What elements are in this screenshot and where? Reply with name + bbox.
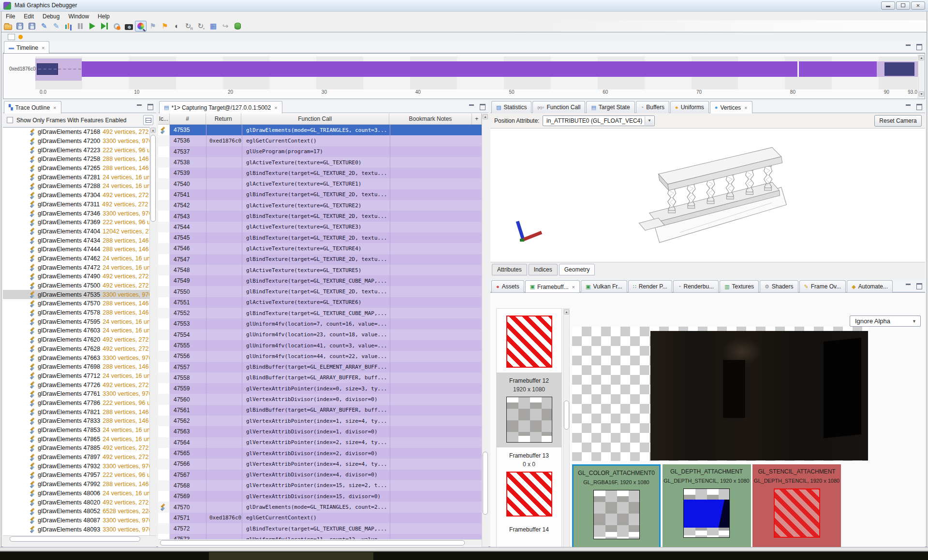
trace-row[interactable]: glDrawElements 4785324 vertices, 16 unic [3, 426, 156, 435]
function-call-row[interactable]: 475360xed1876c0eglGetCurrentContext() [158, 135, 482, 146]
trace-row[interactable]: glDrawElements 47897492 vertices, 272 u [3, 453, 156, 462]
framebuffer-thumbnail[interactable] [506, 316, 552, 368]
resources-icon[interactable] [62, 21, 74, 31]
tab-trace-outline[interactable]: ▚ Trace Outline × [4, 101, 61, 114]
function-call-row[interactable]: 47569glVertexAttribDivisor(index=15, div… [158, 491, 482, 502]
function-call-row[interactable]: 47566glVertexAttribPointer(index=4, size… [158, 459, 482, 469]
column-header-FunctionCall[interactable]: Function Call [241, 114, 389, 124]
column-header-plus[interactable]: + [472, 114, 482, 124]
trace-row[interactable]: glDrawElements 4771224 vertices, 16 unic [3, 372, 156, 381]
function-call-row[interactable]: 47557glBindBuffer(target=GL_ELEMENT_ARRA… [158, 362, 482, 373]
framebuffer-item[interactable]: Framebuffer 121920 x 1080 [497, 373, 561, 447]
function-call-row[interactable]: 47550glBindTexture(target=GL_TEXTURE_2D,… [158, 286, 482, 297]
attachment-card-gl_stencil_attachment[interactable]: GL_STENCIL_ATTACHMENTGL_DEPTH_STENCIL, 1… [752, 464, 841, 558]
trace-row[interactable]: glDrawElements 4786524 vertices, 16 unic [3, 434, 156, 444]
column-header-Ic[interactable]: Ic... [158, 114, 170, 124]
attachment-thumbnail[interactable] [593, 490, 640, 539]
menu-item-help[interactable]: Help [93, 12, 114, 21]
trace-row[interactable]: glDrawElements 47957222 vertices, 96 uni [3, 471, 156, 480]
tab-capture[interactable]: ▤ *1> Capturing Target@/127.0.0.1:5002 × [159, 101, 282, 114]
function-call-row[interactable]: 47567glVertexAttribDivisor(index=4, divi… [158, 470, 482, 480]
close-icon[interactable]: × [744, 105, 747, 111]
minimize-view-icon[interactable] [905, 43, 913, 50]
trace-row[interactable]: glDrawElements 472003300 vertices, 976 u [3, 137, 156, 146]
tab-target-state[interactable]: ▤Target State [586, 101, 634, 113]
maximize-view-icon[interactable] [479, 103, 486, 110]
function-call-row[interactable]: 47559glVertexAttribPointer(index=0, size… [158, 383, 482, 394]
tab-attributes[interactable]: Attributes [492, 264, 527, 275]
tab-uniforms[interactable]: ●Uniforms [670, 101, 709, 113]
trace-row[interactable]: glDrawElements 47578288 vertices, 146 u [3, 308, 156, 317]
attachment-card-gl_depth_attachment[interactable]: GL_DEPTH_ATTACHMENTGL_DEPTH_STENCIL, 192… [663, 464, 751, 558]
trace-row[interactable]: glDrawElements 476633300 vertices, 976 u [3, 353, 156, 362]
trace-row[interactable]: glDrawElements 480933300 vertices, 976 [3, 525, 156, 534]
function-call-row[interactable]: 47551glActiveTexture(texture=GL_TEXTURE6… [158, 297, 482, 308]
menu-item-edit[interactable]: Edit [19, 12, 38, 21]
function-call-row[interactable]: 47540glActiveTexture(texture=GL_TEXTURE1… [158, 178, 482, 189]
minimize-view-icon[interactable] [136, 103, 144, 110]
trace-row[interactable]: glDrawElements 47570288 vertices, 146 u [3, 299, 156, 308]
function-call-row[interactable]: 47539glBindTexture(target=GL_TEXTURE_2D,… [158, 168, 482, 178]
close-icon[interactable]: × [572, 284, 575, 290]
function-call-row[interactable]: 47570glDrawElements(mode=GL_TRIANGLES, c… [158, 502, 482, 512]
trace-row[interactable]: glDrawElements 47698288 vertices, 146 u [3, 362, 156, 372]
scroll-down-icon[interactable]: ▼ [919, 91, 924, 97]
show-only-frames-checkbox[interactable] [7, 117, 13, 123]
scroll-up-icon[interactable]: ▲ [919, 55, 924, 60]
minimize-button[interactable] [881, 1, 895, 10]
inject-alt-icon[interactable]: ✎ [50, 21, 62, 31]
function-call-row[interactable]: 47562glVertexAttribPointer(index=1, size… [158, 416, 482, 426]
scroll-thumb[interactable] [483, 452, 488, 515]
tab-timeline[interactable]: ▬ Timeline × [4, 41, 49, 54]
maximize-view-icon[interactable] [147, 103, 154, 110]
trace-row[interactable]: glDrawElements 4800624 vertices, 16 unic [3, 489, 156, 498]
maximize-button[interactable] [896, 1, 910, 10]
trace-row[interactable]: glDrawElements 47258288 vertices, 146 u [3, 155, 156, 164]
tab-geometry[interactable]: Geometry [559, 264, 595, 275]
function-call-row[interactable]: 47556glUniform4fv(location=44, count=22,… [158, 351, 482, 361]
tab-framebuff-[interactable]: ▣Framebuff...× [525, 280, 580, 293]
tab-vulkan-fr-[interactable]: ▣Vulkan Fr... [581, 280, 627, 292]
step-icon[interactable] [99, 21, 110, 31]
trace-row[interactable]: glDrawElements 47265288 vertices, 146 u [3, 164, 156, 173]
video-icon[interactable]: ▦ [207, 21, 219, 31]
timeline-segment-main[interactable] [82, 61, 877, 77]
trace-row[interactable]: glDrawElements 47304492 vertices, 272 u [3, 191, 156, 200]
save-all-icon[interactable] [26, 21, 38, 31]
capture-vertical-scrollbar[interactable]: ▲ [482, 114, 488, 547]
function-call-row[interactable]: 47547glBindTexture(target=GL_TEXTURE_2D,… [158, 254, 482, 265]
maximize-view-icon[interactable] [915, 283, 923, 289]
trace-row[interactable]: glDrawElements 47168492 vertices, 272 u [3, 128, 156, 137]
replay-icon[interactable] [232, 21, 243, 31]
scroll-thumb[interactable] [150, 135, 156, 222]
trace-horizontal-scrollbar[interactable] [3, 535, 156, 542]
timeline-scrollbar[interactable]: ▲ ▼ [918, 55, 924, 98]
trace-row[interactable]: glDrawElements 4760324 vertices, 16 unic [3, 326, 156, 335]
perspective-tab-stub[interactable] [8, 34, 15, 40]
trace-row[interactable]: glDrawElements 47833288 vertices, 146 u [3, 416, 156, 426]
trace-row[interactable]: glDrawElements 47786222 vertices, 96 uni [3, 399, 156, 408]
scroll-up-icon[interactable]: ▲ [150, 128, 156, 133]
function-call-row[interactable]: 47564glVertexAttribPointer(index=2, size… [158, 437, 482, 448]
function-call-row[interactable]: 47568glVertexAttribPointer(index=15, siz… [158, 480, 482, 491]
function-call-row[interactable]: 47563glVertexAttribDivisor(index=1, divi… [158, 426, 482, 437]
menu-item-file[interactable]: File [1, 12, 19, 21]
menu-item-debug[interactable]: Debug [38, 12, 64, 21]
trace-row[interactable]: glDrawElements 4740412042 vertices, 276 [3, 227, 156, 236]
trace-row[interactable]: glDrawElements 4759524 vertices, 16 unic [3, 317, 156, 326]
flag-clear-icon[interactable]: ⚑ [147, 21, 159, 31]
trace-row[interactable]: glDrawElements 47223222 vertices, 96 uni [3, 145, 156, 155]
function-call-row[interactable]: 47554glUniform4fv(location=23, count=18,… [158, 330, 482, 340]
trace-row[interactable]: glDrawElements 4747224 vertices, 16 unic [3, 263, 156, 272]
tab-shaders[interactable]: ⚙Shaders [760, 280, 798, 292]
framebuffer-item[interactable] [497, 309, 561, 373]
capture-frame-icon[interactable] [135, 21, 147, 31]
function-call-row[interactable]: 47545glBindTexture(target=GL_TEXTURE_2D,… [158, 232, 482, 243]
trace-row[interactable]: glDrawElements 47490492 vertices, 272 u [3, 272, 156, 281]
function-call-row[interactable]: 47565glVertexAttribDivisor(index=2, divi… [158, 448, 482, 459]
framebuffer-item[interactable]: Framebuffer 130 x 0 [497, 447, 561, 521]
function-call-row[interactable]: 475710xed1876c0eglGetCurrentContext() [158, 513, 482, 523]
link-process-icon[interactable] [111, 21, 122, 31]
minimize-view-icon[interactable] [468, 103, 476, 110]
trace-row[interactable]: glDrawElements 47500492 vertices, 272 u [3, 281, 156, 290]
